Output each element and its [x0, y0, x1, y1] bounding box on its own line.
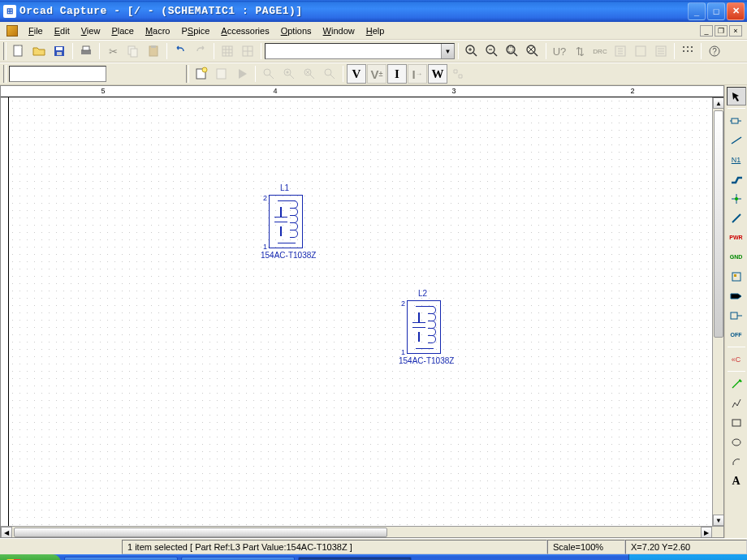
ruler-tick-2: 2: [630, 87, 634, 95]
scroll-down-button[interactable]: ▼: [713, 515, 724, 526]
marker-v-button[interactable]: V: [347, 64, 366, 84]
marker-w-button[interactable]: W: [428, 64, 447, 84]
zoom-fit-button[interactable]: [523, 41, 542, 61]
pin-label-top: 2: [263, 194, 267, 202]
probe3-button[interactable]: [300, 64, 319, 84]
place-hierblock-tool[interactable]: [727, 267, 746, 286]
part-search-combo[interactable]: ▼: [265, 43, 455, 59]
grid2-button[interactable]: [238, 41, 257, 61]
place-hierport-tool[interactable]: [727, 286, 746, 305]
cut-button[interactable]: ✂: [103, 41, 123, 61]
place-ground-tool[interactable]: GND: [727, 248, 746, 266]
menu-view[interactable]: View: [76, 24, 106, 37]
main-toolbar: ✂ ▼ U? ⇅ DRC ?: [0, 40, 747, 62]
component-l1[interactable]: L1 2 1 154AC-T1038Z: [269, 195, 303, 248]
grid1-button[interactable]: [218, 41, 237, 61]
scroll-thumb-v[interactable]: [714, 110, 723, 338]
copy-button[interactable]: [123, 41, 143, 61]
place-noconnect-tool[interactable]: «C: [727, 350, 746, 368]
probe4-button[interactable]: [320, 64, 339, 84]
svg-point-24: [687, 50, 689, 52]
marker-vdiff-button[interactable]: V±: [367, 64, 386, 84]
drc-button[interactable]: DRC: [590, 41, 610, 61]
new-button[interactable]: [9, 41, 28, 61]
horizontal-scrollbar[interactable]: ◀ ▶: [1, 526, 723, 537]
run-sim-button[interactable]: [232, 64, 252, 84]
save-button[interactable]: [50, 41, 69, 61]
place-line-tool[interactable]: [727, 374, 746, 393]
scroll-right-button[interactable]: ▶: [701, 527, 712, 538]
sim-profile-combo[interactable]: [9, 66, 106, 82]
crossref-button[interactable]: [631, 41, 650, 61]
menu-help[interactable]: Help: [361, 24, 391, 37]
probe1-button[interactable]: [259, 64, 279, 84]
annotate-swap-button[interactable]: ⇅: [570, 41, 589, 61]
place-arc-tool[interactable]: [727, 452, 746, 471]
place-bus-tool[interactable]: [727, 170, 746, 188]
menu-edit[interactable]: Edit: [49, 24, 76, 37]
zoom-out-button[interactable]: [482, 41, 502, 61]
scroll-thumb-h[interactable]: [14, 528, 387, 537]
netlist-button[interactable]: [611, 41, 630, 61]
zoom-in-button[interactable]: [462, 41, 481, 61]
taskbar-item-3[interactable]: Orcad Capture - ...: [298, 557, 412, 560]
start-button[interactable]: 开始: [0, 554, 61, 560]
dropdown-icon[interactable]: ▼: [441, 44, 454, 58]
place-power-tool[interactable]: PWR: [727, 228, 746, 247]
menu-options[interactable]: Options: [275, 24, 317, 37]
zoom-area-button[interactable]: [503, 41, 522, 61]
place-polyline-tool[interactable]: [727, 394, 746, 412]
menu-accessories[interactable]: Accessories: [215, 24, 274, 37]
mdi-close-button[interactable]: ×: [729, 25, 742, 37]
scroll-up-button[interactable]: ▲: [713, 97, 724, 109]
component-l2[interactable]: L2 2 1 154AC-T1038Z: [407, 300, 441, 354]
paste-button[interactable]: [144, 41, 163, 61]
menu-window[interactable]: Window: [317, 24, 361, 37]
place-text-tool[interactable]: A: [727, 472, 746, 490]
select-tool[interactable]: [727, 87, 746, 106]
annotate-u-button[interactable]: U?: [550, 41, 569, 61]
mdi-minimize-button[interactable]: _: [700, 25, 713, 37]
print-button[interactable]: [76, 41, 96, 61]
toolbar-grip[interactable]: [3, 65, 6, 83]
place-wire-tool[interactable]: [727, 131, 746, 149]
place-offpage-tool[interactable]: OFF: [727, 325, 746, 344]
scroll-left-button[interactable]: ◀: [1, 527, 12, 538]
marker-i-button[interactable]: I: [387, 64, 407, 84]
place-netname-tool[interactable]: N1: [727, 150, 746, 169]
vertical-scrollbar[interactable]: ▲ ▼: [712, 97, 723, 526]
bom-button[interactable]: [651, 41, 671, 61]
schematic-canvas[interactable]: L1 2 1 154AC-T1038Z L2 2: [9, 97, 712, 526]
menu-macro[interactable]: Macro: [140, 24, 176, 37]
svg-rect-30: [217, 69, 226, 79]
open-button[interactable]: [29, 41, 49, 61]
place-rectangle-tool[interactable]: [727, 413, 746, 432]
taskbar-item-2[interactable]: Microsoft PowerP...: [181, 557, 295, 560]
help-button[interactable]: ?: [705, 41, 724, 61]
menu-pspice[interactable]: PSpice: [175, 24, 215, 37]
close-button[interactable]: ✕: [727, 2, 745, 20]
edit-sim-button[interactable]: [212, 64, 231, 84]
maximize-button[interactable]: □: [707, 2, 725, 20]
toolbar-grip[interactable]: [186, 65, 189, 83]
taskbar-item-1[interactable]: 电路计算机仿真: [64, 557, 178, 560]
place-ellipse-tool[interactable]: [727, 433, 746, 451]
place-hierpin-tool[interactable]: [727, 306, 746, 325]
mdi-restore-button[interactable]: ❐: [715, 25, 728, 37]
toolbar-grip[interactable]: [3, 42, 6, 60]
place-junction-tool[interactable]: [727, 189, 746, 208]
place-busentry-tool[interactable]: [727, 209, 746, 227]
new-sim-button[interactable]: [192, 64, 211, 84]
svg-point-35: [325, 69, 331, 75]
minimize-button[interactable]: _: [688, 2, 706, 20]
redo-button[interactable]: [191, 41, 210, 61]
menu-place[interactable]: Place: [106, 24, 140, 37]
svg-rect-7: [131, 49, 137, 57]
marker-advanced-button[interactable]: [448, 64, 468, 84]
menu-file[interactable]: File: [23, 24, 49, 37]
undo-button[interactable]: [171, 41, 190, 61]
place-part-tool[interactable]: [727, 111, 746, 130]
marker-idiff-button[interactable]: I→: [408, 64, 427, 84]
probe2-button[interactable]: [279, 64, 299, 84]
snap-button[interactable]: [678, 41, 697, 61]
